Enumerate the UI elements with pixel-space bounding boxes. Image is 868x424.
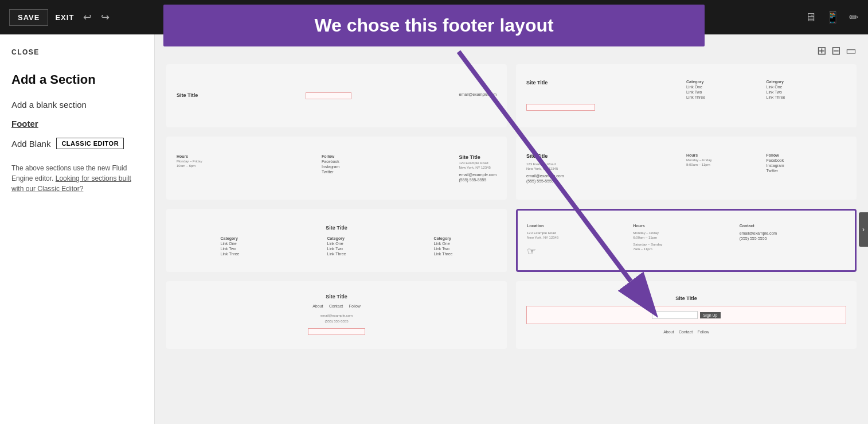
add-blank-section-link[interactable]: Add a blank section (11, 100, 143, 110)
add-blank-row: Add Blank CLASSIC EDITOR (11, 138, 143, 149)
toolbar-right: 🖥 📱 ✏ (805, 10, 859, 24)
footer-link[interactable]: Footer (11, 119, 143, 129)
template-card-6[interactable]: Location 123 Example Road New York, NY 1… (516, 209, 857, 272)
template-card-7[interactable]: Site Title About Contact Follow email@ex… (166, 281, 507, 349)
redo-icon[interactable]: ↪ (101, 11, 110, 24)
scroll-handle-right[interactable]: › (859, 212, 868, 247)
add-section-title: Add a Section (11, 72, 143, 87)
save-button[interactable]: SAVE (9, 9, 48, 26)
main-area: CLOSE Add a Section Add a blank section … (0, 34, 868, 424)
add-blank-label: Add Blank (11, 139, 50, 149)
template-card-8[interactable]: Site Title Sign Up About Contact Follow (516, 281, 857, 349)
templates-grid: Site Title email@example.com Site Title … (166, 64, 857, 349)
content-area: ⊞ ⊟ ▭ Site Title email@example.com (155, 34, 868, 424)
undo-icon[interactable]: ↩ (83, 11, 92, 24)
template-card-2[interactable]: Site Title Category Link One Link Two Li… (516, 64, 857, 127)
pen-tool-icon[interactable]: ✏ (849, 10, 859, 24)
footer-layout-banner: We chose this footer layout (163, 5, 705, 46)
sidebar: CLOSE Add a Section Add a blank section … (0, 34, 155, 424)
chevron-right-icon: › (862, 225, 865, 234)
template-card-5[interactable]: Site Title Category Link One Link Two Li… (166, 209, 507, 272)
classic-editor-badge[interactable]: CLASSIC EDITOR (56, 138, 124, 149)
close-button[interactable]: CLOSE (11, 48, 143, 56)
template-card-1[interactable]: Site Title email@example.com (166, 64, 507, 127)
single-view-icon[interactable]: ▭ (846, 44, 857, 57)
template-card-3[interactable]: Hours Monday – Friday 10am – 6pm Follow … (166, 137, 507, 200)
list-view-icon[interactable]: ⊟ (831, 44, 841, 57)
exit-button[interactable]: EXIT (55, 13, 74, 22)
tablet-view-icon[interactable]: 📱 (826, 10, 840, 24)
grid-view-icon[interactable]: ⊞ (817, 44, 827, 57)
sidebar-note: The above sections use the new Fluid Eng… (11, 163, 143, 194)
template-card-4[interactable]: Site Title 123 Example Road New York, NY… (516, 137, 857, 200)
desktop-view-icon[interactable]: 🖥 (805, 11, 816, 24)
